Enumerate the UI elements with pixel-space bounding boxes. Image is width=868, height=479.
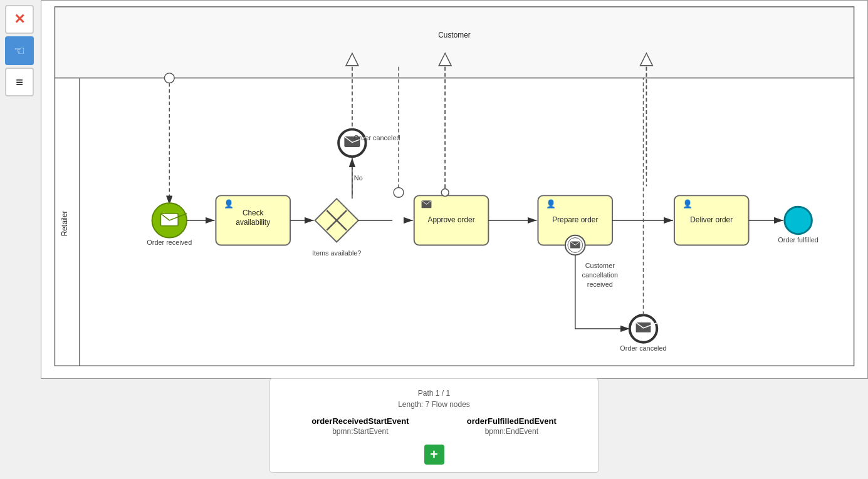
check-availability-person-icon: 👤	[224, 199, 234, 209]
msg-circle-approve	[441, 189, 449, 197]
prepare-order-person-icon: 👤	[546, 199, 557, 209]
check-availability-label-2: availability	[236, 218, 270, 227]
add-button[interactable]: +	[424, 445, 444, 465]
end-event-node: orderFulfilledEndEvent bpmn:EndEvent	[467, 416, 557, 436]
bpmn-diagram: Customer Retailer Order received	[41, 1, 867, 378]
start-event-node: orderReceivedStartEvent bpmn:StartEvent	[311, 416, 409, 436]
diagram-canvas[interactable]: Customer Retailer Order received	[41, 0, 868, 379]
retailer-pool-label: Retailer	[60, 210, 69, 236]
no-label: No	[354, 174, 363, 182]
customer-pool-label: Customer	[438, 31, 470, 39]
hand-icon: ☜	[14, 43, 25, 58]
order-fulfilled-label: Order fulfilled	[778, 236, 818, 244]
end-event-type: bpmn:EndEvent	[467, 427, 557, 436]
check-availability-label-1: Check	[243, 209, 264, 217]
order-received-label: Order received	[147, 239, 192, 246]
nodes-row: orderReceivedStartEvent bpmn:StartEvent …	[283, 416, 585, 436]
customer-cancellation-label-1: Customer	[585, 262, 615, 269]
toolbar: ✕ ☜ ≡	[0, 0, 41, 138]
path-label: Path 1 / 1	[283, 389, 585, 398]
deliver-order-person-icon: 👤	[682, 199, 693, 209]
start-event-type: bpmn:StartEvent	[311, 427, 409, 436]
length-label: Length: 7 Flow nodes	[283, 400, 585, 409]
customer-cancellation-label-2: cancellation	[582, 271, 618, 279]
hand-tool-button[interactable]: ☜	[5, 36, 34, 65]
customer-cancellation-label-3: received	[587, 281, 613, 288]
deliver-order-label: Deliver order	[690, 215, 733, 224]
list-icon: ≡	[16, 75, 23, 90]
order-canceled-bottom-label: Order canceled	[620, 344, 666, 352]
start-event-name: orderReceivedStartEvent	[311, 416, 409, 426]
close-icon: ✕	[14, 11, 25, 28]
approve-order-label: Approve order	[427, 215, 474, 224]
svg-rect-3	[55, 7, 854, 78]
end-event-name: orderFulfilledEndEvent	[467, 416, 557, 426]
intermediate-circle	[394, 188, 404, 198]
bottom-panel: Path 1 / 1 Length: 7 Flow nodes orderRec…	[269, 378, 599, 473]
close-button[interactable]: ✕	[5, 5, 34, 34]
order-canceled-top-label: Order canceled	[353, 134, 400, 142]
end-event-circle[interactable]	[785, 207, 812, 234]
list-tool-button[interactable]: ≡	[5, 68, 34, 96]
prepare-order-label: Prepare order	[552, 215, 598, 224]
message-flow-circle-1	[164, 73, 174, 83]
gateway-label: Items available?	[312, 249, 361, 257]
